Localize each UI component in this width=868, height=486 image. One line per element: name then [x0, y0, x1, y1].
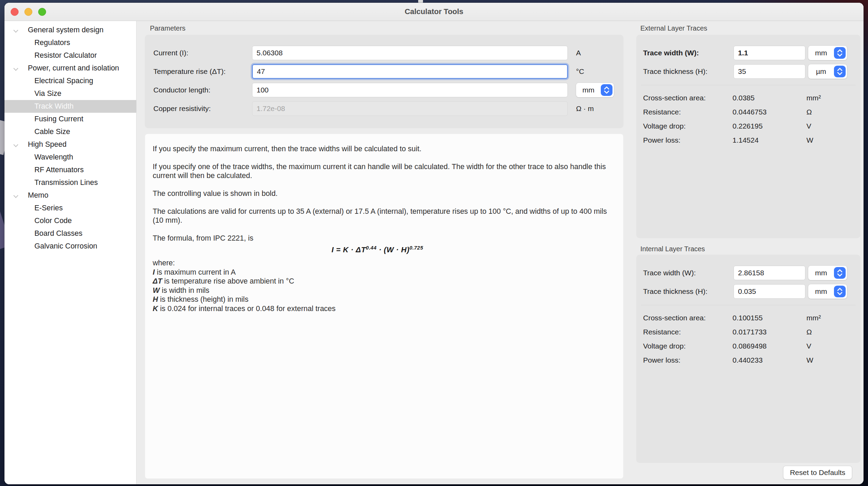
sidebar-item-memo[interactable]: Memo — [4, 189, 136, 202]
help-paragraph: The formula, from IPC 2221, is — [153, 234, 616, 243]
sidebar-item-label: RF Attenuators — [34, 166, 84, 174]
external-trace-width-row: Trace width (W): mm — [636, 44, 860, 62]
chevron-down-icon[interactable] — [14, 67, 18, 70]
internal-trace-thickness-input[interactable] — [734, 284, 805, 299]
result-unit: V — [806, 122, 860, 130]
dropdown-selected-value: mm — [808, 49, 834, 57]
copper-resistivity-row: Copper resistivity: Ω · m — [145, 99, 623, 118]
result-unit: Ω — [806, 108, 860, 116]
sidebar-item-label: Color Code — [34, 217, 72, 225]
external-results: Cross-section area: 0.0385 mm² Resistanc… — [636, 85, 860, 147]
sidebar-item-label: General system design — [28, 26, 104, 34]
conductor-length-input[interactable] — [252, 83, 568, 97]
parameters-panel: Current (I): A Temperature rise (ΔT): °C… — [145, 35, 623, 128]
result-unit: mm² — [806, 94, 860, 102]
internal-results: Cross-section area: 0.100155 mm² Resista… — [636, 305, 860, 367]
external-trace-width-label: Trace width (W): — [643, 49, 734, 57]
sidebar-item-label: Electrical Spacing — [34, 77, 93, 85]
legend-line: H is thickness (height) in mils — [153, 295, 616, 304]
legend-line: K is 0.024 for internal traces or 0.048 … — [153, 304, 616, 313]
sidebar-item-electrical-spacing[interactable]: Electrical Spacing — [4, 75, 136, 87]
chevron-down-icon[interactable] — [14, 143, 18, 147]
titlebar: Calculator Tools — [4, 3, 864, 21]
external-trace-width-unit-dropdown[interactable]: mm — [808, 46, 847, 60]
conductor-length-unit-dropdown[interactable]: mm — [576, 83, 614, 97]
temperature-rise-input[interactable] — [252, 64, 568, 79]
sidebar-item-resistor-calculator[interactable]: Resistor Calculator — [4, 49, 136, 62]
result-label: Power loss: — [643, 136, 733, 144]
track-width-calculator-main: Parameters Current (I): A Temperature ri… — [137, 21, 634, 484]
external-trace-width-input[interactable] — [734, 46, 805, 60]
result-unit: W — [806, 136, 860, 144]
legend-line: ΔT is temperature rise above ambient in … — [153, 277, 616, 286]
result-unit: Ω — [806, 328, 860, 336]
window-content: General system design Regulators Resisto… — [4, 21, 864, 484]
result-value: 1.14524 — [733, 136, 806, 144]
sidebar-item-rf-attenuators[interactable]: RF Attenuators — [4, 164, 136, 176]
temperature-rise-row: Temperature rise (ΔT): °C — [145, 62, 623, 81]
help-paragraph: The controlling value is shown in bold. — [153, 189, 616, 198]
reset-to-defaults-button[interactable]: Reset to Defaults — [783, 466, 852, 479]
result-row: Cross-section area: 0.100155 mm² — [636, 311, 860, 325]
help-paragraph: If you specify one of the trace widths, … — [153, 162, 616, 180]
result-value: 0.100155 — [733, 314, 806, 322]
legend-line: I is maximum current in A — [153, 268, 616, 277]
sidebar-item-via-size[interactable]: Via Size — [4, 87, 136, 100]
dropdown-selected-value: mm — [576, 86, 601, 94]
current-input[interactable] — [252, 46, 568, 60]
result-row: Resistance: 0.0446753 Ω — [636, 105, 860, 119]
result-value: 0.0171733 — [733, 328, 806, 336]
result-unit: W — [806, 356, 860, 364]
sidebar-item-label: Wavelength — [34, 153, 73, 162]
stepper-icon — [834, 267, 846, 279]
sidebar-item-high-speed[interactable]: High Speed — [4, 138, 136, 151]
calculator-tree-sidebar: General system design Regulators Resisto… — [4, 21, 137, 484]
result-label: Resistance: — [643, 108, 733, 116]
sidebar-item-color-code[interactable]: Color Code — [4, 214, 136, 227]
sidebar-item-label: Transmission Lines — [34, 178, 98, 187]
external-trace-thickness-label: Trace thickness (H): — [643, 67, 734, 76]
result-value: 0.226195 — [733, 122, 806, 130]
copper-resistivity-label: Copper resistivity: — [153, 104, 252, 113]
external-trace-thickness-input[interactable] — [734, 64, 805, 79]
chevron-down-icon[interactable] — [14, 194, 18, 198]
internal-trace-thickness-unit-dropdown[interactable]: mm — [808, 284, 847, 299]
sidebar-item-label: Fusing Current — [34, 115, 83, 123]
sidebar-item-e-series[interactable]: E-Series — [4, 202, 136, 214]
sidebar-item-board-classes[interactable]: Board Classes — [4, 227, 136, 240]
sidebar-item-label: Via Size — [34, 89, 61, 98]
where-label: where: — [153, 258, 616, 268]
result-label: Voltage drop: — [643, 122, 733, 130]
result-label: Resistance: — [643, 328, 733, 336]
calculator-tools-window: Calculator Tools General system design R… — [4, 3, 864, 484]
result-row: Resistance: 0.0171733 Ω — [636, 325, 860, 339]
sidebar-item-label: Board Classes — [34, 229, 83, 238]
chevron-down-icon[interactable] — [14, 29, 18, 32]
sidebar-item-general-system-design[interactable]: General system design — [4, 24, 136, 36]
result-label: Cross-section area: — [643, 314, 733, 322]
result-value: 0.0385 — [733, 94, 806, 102]
sidebar-item-galvanic-corrosion[interactable]: Galvanic Corrosion — [4, 240, 136, 253]
internal-trace-width-unit-dropdown[interactable]: mm — [808, 266, 847, 280]
stepper-icon — [601, 84, 612, 96]
sidebar-item-regulators[interactable]: Regulators — [4, 36, 136, 49]
sidebar-item-wavelength[interactable]: Wavelength — [4, 151, 136, 164]
sidebar-item-transmission-lines[interactable]: Transmission Lines — [4, 176, 136, 189]
ipc2221-formula: I = K · ΔT0.44 · (W · H)0.725 — [332, 243, 616, 254]
sidebar-item-power-current-isolation[interactable]: Power, current and isolation — [4, 62, 136, 75]
sidebar-item-label: Memo — [28, 191, 48, 200]
external-trace-thickness-unit-dropdown[interactable]: µm — [808, 64, 847, 79]
internal-trace-width-input[interactable] — [734, 266, 805, 280]
sidebar-item-label: Regulators — [34, 38, 70, 47]
result-row: Voltage drop: 0.226195 V — [636, 119, 860, 133]
sidebar-item-label: E-Series — [34, 204, 63, 212]
sidebar-item-label: Cable Size — [34, 128, 70, 136]
temperature-rise-unit: °C — [576, 67, 623, 76]
sidebar-item-track-width[interactable]: Track Width — [4, 100, 136, 113]
sidebar-item-cable-size[interactable]: Cable Size — [4, 125, 136, 138]
stepper-icon — [834, 66, 846, 77]
external-traces-panel: Trace width (W): mm Trace thickness (H):… — [636, 35, 860, 238]
sidebar-item-fusing-current[interactable]: Fusing Current — [4, 113, 136, 125]
current-label: Current (I): — [153, 49, 252, 57]
result-row: Voltage drop: 0.0869498 V — [636, 339, 860, 353]
